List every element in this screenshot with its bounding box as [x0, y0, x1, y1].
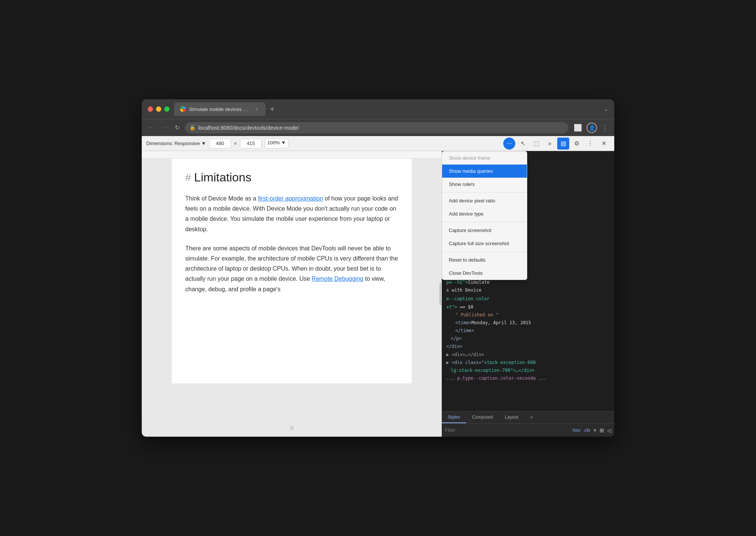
profile-icon: 👤	[589, 125, 595, 131]
devtools-panel: Show device frame Show media queries Sho…	[442, 151, 614, 437]
tab-layout[interactable]: Layout	[499, 412, 524, 423]
vertical-dots-button[interactable]: ⋮	[584, 138, 596, 150]
add-style-button[interactable]: +	[593, 427, 597, 434]
code-line: </time>	[442, 327, 614, 335]
back-button[interactable]: ←	[146, 122, 156, 133]
tab-title: Simulate mobile devices with D	[189, 106, 249, 112]
three-dots-menu-button[interactable]: ⋯	[503, 138, 515, 150]
traffic-lights	[148, 106, 170, 112]
device-toggle-button[interactable]: ⬚	[530, 138, 542, 150]
first-order-link[interactable]: first-order approximation	[258, 195, 323, 202]
dimensions-label[interactable]: Dimensions: Responsive ▼	[146, 141, 206, 146]
page-content: # Limitations Think of Device Mode as a …	[172, 159, 412, 383]
code-line: ▶ <div>…</div>	[442, 351, 614, 359]
menu-item-show-device-frame[interactable]: Show device frame	[442, 151, 527, 165]
menu-item-add-pixel-ratio[interactable]: Add device pixel ratio	[442, 194, 527, 207]
filter-input[interactable]	[445, 427, 569, 433]
tab-list-button[interactable]: ⌄	[604, 106, 608, 112]
code-line: s with Device	[442, 286, 614, 294]
tab-close-button[interactable]: ×	[254, 106, 260, 112]
menu-divider-2	[442, 222, 527, 222]
active-tab[interactable]: Simulate mobile devices with D ×	[174, 102, 266, 116]
tab-styles[interactable]: Styles	[442, 412, 466, 423]
page-area: # Limitations Think of Device Mode as a …	[142, 151, 442, 437]
menu-item-add-device-type[interactable]: Add device type	[442, 207, 527, 220]
panel-toggle-button[interactable]: ▤	[557, 138, 569, 150]
menu-item-show-media-queries[interactable]: Show media queries	[442, 165, 527, 178]
menu-item-capture-full-screenshot[interactable]: Capture full size screenshot	[442, 237, 527, 250]
cast-button[interactable]: ⬜	[572, 122, 584, 133]
menu-divider-3	[442, 252, 527, 252]
url-text: localhost:8080/docs/devtools/device-mode…	[198, 125, 299, 131]
page-heading: # Limitations	[185, 171, 398, 184]
ruler-bar	[142, 151, 442, 159]
title-bar: Simulate mobile devices with D × + ⌄	[142, 99, 614, 119]
paragraph-2: There are some aspects of mobile devices…	[185, 243, 398, 294]
forward-button[interactable]: →	[160, 122, 170, 133]
code-line: </div>	[442, 343, 614, 350]
page-scrollbar[interactable]	[440, 283, 441, 305]
address-bar: ← → ↻ 🔒 localhost:8080/docs/devtools/dev…	[142, 119, 614, 136]
menu-item-close-devtools[interactable]: Close DevTools	[442, 267, 527, 280]
page-resize-handle[interactable]: ≡	[290, 424, 294, 432]
remote-debugging-link[interactable]: Remote Debugging	[312, 275, 363, 282]
paragraph-1: Think of Device Mode as a first-order ap…	[185, 193, 398, 234]
force-element-state-button[interactable]: ⊞	[600, 427, 604, 433]
tab-area: Simulate mobile devices with D × + ⌄	[174, 102, 608, 116]
close-devtools-button[interactable]: ✕	[598, 138, 610, 150]
code-line: ... p.type--caption.color-seconda ...	[442, 374, 614, 382]
tab-computed[interactable]: Computed	[466, 412, 499, 423]
settings-button[interactable]: ⚙	[571, 138, 583, 150]
url-bar[interactable]: 🔒 localhost:8080/docs/devtools/device-mo…	[185, 122, 568, 133]
secure-icon: 🔒	[189, 125, 195, 130]
menu-item-capture-screenshot[interactable]: Capture screenshot	[442, 224, 527, 237]
more-options-button[interactable]: »	[544, 138, 556, 150]
code-line: e--caption color	[442, 295, 614, 303]
code-line: </p>	[442, 335, 614, 343]
menu-button[interactable]: ⋮	[600, 122, 610, 133]
zoom-select[interactable]: 100% ▼	[265, 139, 289, 148]
page-title: Limitations	[194, 171, 252, 184]
reload-button[interactable]: ↻	[173, 123, 181, 133]
menu-divider-1	[442, 192, 527, 193]
code-line: lg:stack-exception-700">…</div>	[442, 367, 614, 374]
tab-more-panels[interactable]: »	[524, 412, 539, 423]
close-window-button[interactable]	[148, 106, 153, 112]
browser-window: Simulate mobile devices with D × + ⌄ ← →…	[142, 99, 614, 437]
chrome-favicon-icon	[180, 106, 186, 112]
width-input[interactable]	[209, 139, 231, 148]
devtools-toolbar: Dimensions: Responsive ▼ × 100% ▼ ⋯ ↖ ⬚ …	[142, 136, 614, 151]
devtools-tabs: Styles Computed Layout »	[442, 411, 614, 423]
filter-cls-button[interactable]: .cls	[584, 428, 590, 433]
toggle-sidebar-button[interactable]: ◁	[607, 427, 611, 433]
main-content: # Limitations Think of Device Mode as a …	[142, 151, 614, 437]
menu-item-show-rulers[interactable]: Show rulers	[442, 178, 527, 191]
filter-hov-button[interactable]: :hov	[572, 428, 580, 433]
height-input[interactable]	[240, 139, 262, 148]
dimension-separator: ×	[234, 141, 237, 147]
new-tab-button[interactable]: +	[268, 103, 276, 115]
code-line: ▶ <div class="stack-exception-600	[442, 359, 614, 367]
profile-button[interactable]: 👤	[586, 123, 597, 133]
toolbar-icons: ⋯ ↖ ⬚ » ▤ ⚙ ⋮ ✕	[503, 138, 610, 150]
filter-bar: :hov .cls + ⊞ ◁	[442, 423, 614, 437]
cursor-mode-button[interactable]: ↖	[517, 138, 529, 150]
browser-actions: ⬜ 👤 ⋮	[572, 122, 610, 133]
code-line: " Published on "	[442, 311, 614, 319]
code-line: <time>Monday, April 13, 2015	[442, 319, 614, 327]
heading-hash: #	[185, 172, 191, 184]
maximize-window-button[interactable]	[164, 106, 170, 112]
menu-item-reset-defaults[interactable]: Reset to defaults	[442, 253, 527, 267]
minimize-window-button[interactable]	[156, 106, 161, 112]
context-menu: Show device frame Show media queries Sho…	[442, 151, 527, 280]
code-line: xt"> == $0	[442, 303, 614, 311]
